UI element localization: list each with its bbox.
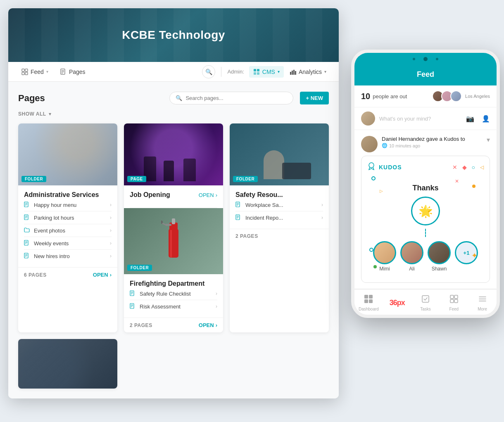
chevron-right-icon: › — [110, 202, 112, 208]
job-open-link[interactable]: OPEN › — [199, 192, 217, 198]
list-item[interactable]: New hires intro › — [24, 250, 112, 262]
award-icon — [367, 162, 376, 172]
open-button[interactable]: OPEN › — [93, 272, 112, 278]
mobile-nav-dashboard[interactable]: Dashboard — [354, 293, 383, 313]
people-out-count: 10 — [361, 92, 370, 101]
person-icon[interactable]: 👤 — [482, 115, 490, 123]
pages-nav-label: Pages — [69, 69, 86, 75]
mobile-nav-more[interactable]: More — [468, 293, 497, 313]
job-card-title: Job Opening — [130, 191, 170, 199]
mobile-nav-tasks[interactable]: Tasks — [411, 293, 440, 313]
tasks-nav-label: Tasks — [420, 307, 431, 311]
list-item[interactable]: Event photos › — [24, 224, 112, 237]
mobile-nav-feed[interactable]: Feed — [440, 293, 468, 313]
card-body-job: Job Opening OPEN › — [124, 185, 223, 208]
pages-title: Pages — [18, 93, 45, 104]
search-icon-small: 🔍 — [176, 95, 182, 101]
safety-card-title: Safety Resou... — [235, 191, 323, 199]
list-item[interactable]: Workplace Sa... › — [235, 199, 323, 211]
notch-dot-2 — [436, 58, 438, 60]
list-item[interactable]: Safety Rule Checklist › — [130, 287, 217, 300]
recipient-name-shawn: Shawn — [432, 266, 447, 272]
feed-mobile-nav-label: Feed — [449, 307, 459, 311]
cms-dropdown-icon: ▾ — [278, 69, 280, 74]
firefighting-card-footer: 2 PAGES OPEN › — [124, 318, 223, 332]
search-input[interactable] — [185, 95, 287, 101]
recipient-name-mimi: Mimi — [379, 266, 390, 272]
feed-post: Daniel Hernandez gave a Kudos to 🌐 10 mi… — [354, 130, 497, 289]
new-button[interactable]: + NEW — [300, 92, 329, 104]
green-dot-decor — [373, 265, 377, 268]
svg-rect-10 — [254, 72, 256, 75]
fire-extinguisher-icon — [161, 216, 186, 266]
nav-analytics[interactable]: Analytics ▾ — [285, 66, 330, 78]
hero-banner: KCBE Technology — [8, 8, 339, 62]
show-all-chevron[interactable]: ▾ — [49, 111, 51, 117]
list-item-text: New hires intro — [34, 253, 110, 259]
card-image-safety: FOLDER — [230, 123, 329, 185]
avatar — [450, 90, 462, 102]
card-administrative-services: FOLDER Administrative Services Happy hou… — [18, 123, 117, 332]
svg-rect-36 — [165, 224, 171, 226]
mobile-body: 10 people are out Los Angeles What's on … — [354, 85, 497, 289]
page-icon — [235, 214, 242, 221]
firefighting-folder-badge: FOLDER — [127, 265, 152, 271]
open-button[interactable]: OPEN › — [199, 322, 217, 328]
svg-point-55 — [369, 163, 374, 168]
recipient-shawn: Shawn — [428, 241, 451, 272]
page-icon — [130, 303, 136, 310]
mobile-nav-brand[interactable]: 36px — [383, 297, 411, 309]
search-button[interactable]: 🔍 — [202, 65, 215, 78]
author-name: Daniel Hernandez — [382, 136, 425, 142]
list-item[interactable]: Incident Repo... › — [235, 211, 323, 224]
nav-cms[interactable]: CMS ▾ — [249, 66, 284, 78]
pages-header: Pages 🔍 + NEW — [18, 92, 329, 104]
star-decor: ✦ — [471, 251, 478, 260]
kudos-content-area: ✕ ▷ Thanks 🌟 ✦ — [367, 176, 484, 277]
nav-feed[interactable]: Feed ▾ — [17, 65, 53, 78]
circle-decor — [371, 176, 376, 180]
post-time: 🌐 10 minutes ago — [382, 143, 465, 148]
kudos-thanks: Thanks — [367, 184, 484, 192]
list-item-text: Happy hour menu — [34, 202, 110, 208]
camera-icon[interactable]: 📷 — [466, 115, 474, 123]
chevron-right-icon: › — [110, 228, 112, 233]
list-item[interactable]: Parking lot hours › — [24, 211, 112, 224]
post-time-text: 10 minutes ago — [389, 143, 420, 148]
list-item[interactable]: Happy hour menu › — [24, 199, 112, 211]
people-out-row[interactable]: 10 people are out Los Angeles — [354, 85, 497, 107]
card-job-opening: PAGE Job Opening OPEN › — [124, 123, 223, 332]
feed-dropdown-icon: ▾ — [46, 69, 48, 74]
recipient-avatar-mimi — [373, 241, 396, 264]
svg-rect-3 — [25, 72, 28, 75]
more-icon — [478, 294, 487, 306]
post-placeholder[interactable]: What's on your mind? — [379, 116, 462, 122]
svg-rect-58 — [364, 299, 368, 303]
svg-rect-2 — [22, 72, 24, 75]
dashed-line — [425, 229, 426, 237]
card-image-admin: FOLDER — [18, 123, 117, 185]
close-icon[interactable]: ✕ — [452, 164, 457, 171]
expand-icon[interactable]: ▾ — [487, 136, 490, 144]
kudos-medal-area: 🌟 — [367, 197, 484, 225]
chevron-right-icon: › — [110, 215, 112, 220]
mobile-bottom-nav: Dashboard 36px Tasks Feed More — [354, 289, 497, 315]
kudos-connector — [367, 229, 484, 237]
list-item-text: Workplace Sa... — [245, 202, 321, 208]
svg-rect-12 — [290, 72, 291, 75]
svg-rect-9 — [257, 69, 259, 71]
nav-pages[interactable]: Pages — [55, 65, 90, 78]
chevron-right-icon: › — [110, 253, 112, 259]
dashboard-nav-label: Dashboard — [359, 307, 379, 311]
list-item[interactable]: Risk Assessment › — [130, 300, 217, 313]
svg-rect-59 — [369, 299, 373, 303]
list-item[interactable]: Weekly events › — [24, 237, 112, 250]
feed-icon — [21, 69, 28, 75]
chevron-right-icon: › — [216, 303, 217, 309]
people-out-text: people are out — [373, 93, 432, 100]
card-safety-resources: FOLDER Safety Resou... Workplace Sa... › — [230, 123, 329, 332]
list-item-text: Weekly events — [34, 240, 110, 247]
open-label: OPEN — [93, 272, 108, 278]
list-item-text: Safety Rule Checklist — [140, 291, 216, 297]
page-icon — [24, 214, 31, 221]
